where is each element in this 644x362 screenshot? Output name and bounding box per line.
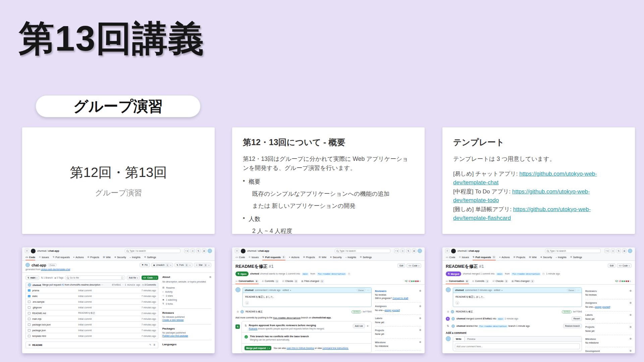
repo-name[interactable]: chat-app <box>32 263 46 267</box>
code-button[interactable]: <> Code▾ <box>617 263 632 268</box>
about-item[interactable]: ⇅0 forks <box>162 302 211 306</box>
comment-author[interactable]: chvmvd <box>455 289 464 291</box>
file-row[interactable]: template.html Initial commit 7 minutes a… <box>25 333 158 339</box>
base-branch-chip[interactable]: main <box>496 273 503 276</box>
repo-nav-tab[interactable]: ≈Insights <box>345 254 356 260</box>
outline-icon[interactable]: ≣ <box>153 344 155 346</box>
head-branch-chip[interactable]: fix-readme-description <box>511 273 541 276</box>
pr-tab[interactable]: ☑Checks0 <box>492 279 508 284</box>
repo-nav-tab[interactable]: ≈Insights <box>130 254 141 260</box>
copy-icon[interactable]: ▢ <box>542 273 544 275</box>
search-input[interactable]: Type / to search <box>125 249 180 253</box>
revert-button[interactable]: Revert <box>572 316 582 321</box>
avatar[interactable] <box>208 249 212 253</box>
pr-tab[interactable]: ⊙Commits1 <box>262 279 279 284</box>
kebab-icon[interactable]: ⋯ <box>367 289 369 292</box>
issues-icon[interactable]: ⊙ <box>400 249 405 253</box>
inbox-icon[interactable]: ⊠ <box>412 249 416 253</box>
gear-icon[interactable]: ⚙ <box>630 314 632 316</box>
repo-nav-tab[interactable]: <>Code <box>235 254 245 260</box>
file-row[interactable]: package-lock.json Initial commit 7 minut… <box>25 322 158 327</box>
pr-tab[interactable]: ☑Checks0 <box>282 279 298 284</box>
inbox-icon[interactable]: ⊠ <box>622 249 627 253</box>
file-row[interactable]: prisma Initial commit 7 minutes ago <box>25 288 158 293</box>
repo-nav-tab[interactable]: ▸Actions <box>499 254 510 260</box>
emoji-button[interactable]: ☺ <box>455 301 459 305</box>
issues-icon[interactable]: ⊙ <box>611 249 615 253</box>
pr-tab[interactable]: ▤Files changed1 <box>512 279 534 284</box>
file-commit-message[interactable]: Initial commit <box>78 318 142 320</box>
pr-tab[interactable]: ▭Conversation0 <box>235 279 259 284</box>
repo-nav-tab[interactable]: ◈Security <box>330 254 342 260</box>
commit-message[interactable]: READMEを修正 <box>246 310 263 313</box>
github-desktop-link[interactable]: open this in GitHub Desktop <box>287 347 314 349</box>
github-logo[interactable] <box>451 249 456 253</box>
pr-tab[interactable]: ▭Conversation0 <box>446 279 469 284</box>
file-row[interactable]: main.mjs Initial commit 7 minutes ago <box>25 316 158 322</box>
create-new-button[interactable]: + ▾ <box>604 249 609 253</box>
repo-nav-tab[interactable]: ⇅Pull requests1 <box>262 254 285 260</box>
about-item[interactable]: ◉1 watching <box>162 298 211 302</box>
assign-yourself-link[interactable]: assign yourself <box>595 306 610 308</box>
gear-icon[interactable]: ⚙ <box>419 341 421 344</box>
add-rule-button[interactable]: Add rule <box>353 324 365 328</box>
about-item[interactable]: ☆0 stars <box>162 294 211 298</box>
publish-package-link[interactable]: Publish your first package <box>162 335 188 337</box>
repo-nav-tab[interactable]: <>Code <box>25 254 35 260</box>
avatar[interactable] <box>418 249 422 253</box>
repo-nav-tab[interactable]: ⇅Pull requests <box>53 254 70 260</box>
gear-icon[interactable]: ⚙ <box>419 305 421 308</box>
pin-button[interactable]: ⚑ Pin <box>140 263 150 267</box>
branch-selector[interactable]: ⇅ main▾ <box>25 276 39 280</box>
tab-write[interactable]: Write <box>453 337 465 341</box>
comment-input[interactable] <box>455 343 580 349</box>
file-commit-message[interactable]: READMEを修正 <box>78 311 142 315</box>
gear-icon[interactable]: ⚙ <box>419 329 421 331</box>
assign-yourself-link[interactable]: assign yourself <box>385 309 400 311</box>
commit-hash[interactable]: beff9b6 <box>363 311 372 313</box>
file-row[interactable]: static Initial commit 7 minutes ago <box>25 293 158 299</box>
file-name[interactable]: static <box>32 295 38 297</box>
repo-nav-tab[interactable]: ▤Wiki <box>103 254 111 260</box>
kebab-icon[interactable]: ⋯ <box>577 289 580 292</box>
emoji-button[interactable]: ☺ <box>245 301 249 305</box>
edit-button[interactable]: Edit <box>608 263 615 268</box>
pr-tab[interactable]: ▤Files changed1 <box>301 279 324 284</box>
pr-number-link[interactable]: #1 <box>62 284 64 286</box>
edit-icon[interactable]: ✎ <box>149 344 151 346</box>
repo-nav-tab[interactable]: ⊞Projects <box>514 254 525 260</box>
base-branch-chip[interactable]: main <box>302 273 309 276</box>
breadcrumb[interactable]: chvmvd/chat-app <box>37 249 59 252</box>
file-name[interactable]: main.mjs <box>32 318 42 320</box>
pr-tab[interactable]: ⊙Commits1 <box>472 279 489 284</box>
hamburger-icon[interactable]: ≡ <box>445 249 449 253</box>
github-logo[interactable] <box>241 249 246 253</box>
file-name[interactable]: template.html <box>32 335 46 337</box>
repo-nav-tab[interactable]: ⊙Issues <box>459 254 469 260</box>
repo-nav-tab[interactable]: ⊞Projects <box>303 254 315 260</box>
file-row[interactable]: package.json Initial commit 7 minutes ag… <box>25 327 158 333</box>
search-input[interactable]: Type / to search <box>545 249 601 253</box>
repo-nav-tab[interactable]: ⇅Pull requests1 <box>473 254 496 260</box>
about-item[interactable]: ≈Activity <box>162 290 211 294</box>
repo-nav-tab[interactable]: ◈Security <box>540 254 552 260</box>
file-name[interactable]: README.md <box>32 312 46 314</box>
github-logo[interactable] <box>31 249 36 253</box>
pull-requests-icon[interactable]: ⇅ <box>196 249 201 253</box>
verified-badge[interactable]: Verified <box>352 310 361 313</box>
repo-nav-tab[interactable]: ⚙Settings <box>144 254 156 260</box>
hamburger-icon[interactable]: ≡ <box>235 249 239 253</box>
repo-nav-tab[interactable]: ⊞Projects <box>88 254 99 260</box>
breadcrumb[interactable]: chvmvd/chat-app <box>458 249 480 252</box>
tab-preview[interactable]: Preview <box>465 337 478 341</box>
repo-nav-tab[interactable]: ▤Wiki <box>529 254 537 260</box>
repo-nav-tab[interactable]: ⚙Settings <box>360 254 372 260</box>
repo-nav-tab[interactable]: ⚙Settings <box>570 254 582 260</box>
repo-nav-tab[interactable]: ≈Insights <box>556 254 567 260</box>
repo-nav-tab[interactable]: ⊙Issues <box>249 254 259 260</box>
readme-section-header[interactable]: ▤ README ✎≣ <box>25 342 158 348</box>
file-row[interactable]: .gitignore Initial commit 7 minutes ago <box>25 305 158 310</box>
create-new-button[interactable]: + ▾ <box>394 249 399 253</box>
fork-button[interactable]: ⇅ Fork0▾ <box>174 263 192 267</box>
repo-nav-tab[interactable]: ◈Security <box>114 254 126 260</box>
